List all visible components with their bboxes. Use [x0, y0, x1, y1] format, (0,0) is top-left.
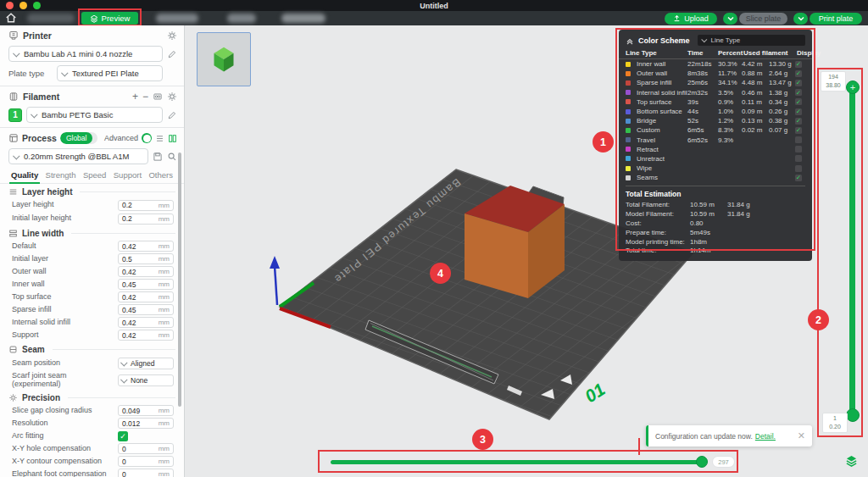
- elephant-foot-compensation-input[interactable]: 0 mm: [118, 469, 174, 477]
- filament-slot-badge[interactable]: 1: [8, 108, 22, 122]
- display-checkbox[interactable]: [795, 80, 802, 86]
- tab-strength[interactable]: Strength: [46, 170, 76, 180]
- display-checkbox[interactable]: [795, 175, 802, 181]
- line-type-row: Wipe: [619, 164, 812, 173]
- tab-blurred[interactable]: [227, 14, 256, 23]
- tab-preview-label: Preview: [102, 14, 131, 23]
- tab-others[interactable]: Others: [148, 170, 173, 180]
- plate-thumbnail[interactable]: [197, 32, 251, 86]
- edit-icon[interactable]: [167, 49, 177, 59]
- tab-preview[interactable]: Preview: [81, 12, 138, 25]
- display-checkbox[interactable]: [795, 127, 802, 134]
- initial-layer-height-input[interactable]: 0.2 mm: [118, 214, 174, 225]
- tab-speed[interactable]: Speed: [83, 170, 106, 180]
- line-type-row: Inner wall 22m18s 30.3% 4.42 m 13.30 g: [619, 59, 812, 69]
- line-type-swatch: [626, 128, 631, 133]
- chevron-down-icon: [31, 111, 37, 118]
- line-type-row: Outer wall 8m38s 11.7% 0.88 m 2.64 g: [619, 69, 812, 78]
- tab-blurred[interactable]: [281, 14, 326, 23]
- line-width-internal-solid-input[interactable]: 0.42 mm: [118, 317, 174, 328]
- display-checkbox[interactable]: [795, 155, 802, 162]
- move-slider-value: 297: [712, 456, 735, 468]
- line-type-row: Retract: [619, 145, 812, 154]
- seam-position-select[interactable]: Aligned: [118, 358, 174, 369]
- line-width-outer-wall-input[interactable]: 0.42 mm: [118, 266, 174, 277]
- group-precision: Precision: [0, 390, 184, 404]
- layer-slider-bottom-handle[interactable]: [846, 408, 860, 422]
- print-plate-button[interactable]: Print plate: [810, 13, 862, 25]
- tab-blurred[interactable]: [156, 14, 198, 23]
- chevron-down-icon: [13, 153, 19, 159]
- plate-type-select[interactable]: Textured PEI Plate: [57, 65, 163, 81]
- display-checkbox[interactable]: [795, 70, 802, 77]
- line-width-top-surface-input[interactable]: 0.42 mm: [118, 291, 174, 302]
- scarf-joint-seam-select[interactable]: None: [118, 374, 174, 386]
- xy-hole-compensation-input[interactable]: 0 mm: [118, 443, 174, 454]
- gear-icon[interactable]: [167, 92, 177, 102]
- line-width-default-input[interactable]: 0.42 mm: [118, 241, 174, 252]
- xy-contour-compensation-input[interactable]: 0 mm: [118, 456, 174, 467]
- close-icon[interactable]: ✕: [798, 430, 805, 441]
- line-type-row: Internal solid infill 2m32s 3.5% 0.46 m …: [619, 88, 812, 97]
- save-preset-icon[interactable]: [153, 152, 163, 162]
- compare-presets-icon[interactable]: [168, 134, 177, 143]
- printer-select[interactable]: Bambu Lab A1 mini 0.4 nozzle: [8, 46, 163, 62]
- layer-height-icon: [8, 187, 18, 197]
- line-type-row: Top surface 39s 0.9% 0.11 m 0.34 g: [619, 97, 812, 107]
- display-checkbox[interactable]: [795, 108, 802, 115]
- slice-plate-button[interactable]: Slice plate: [739, 13, 787, 25]
- slice-gap-closing-input[interactable]: 0.049 mm: [118, 405, 174, 416]
- parameter-list-icon[interactable]: [155, 134, 164, 143]
- chevron-down-icon: [727, 15, 734, 22]
- line-type-swatch: [626, 137, 631, 142]
- home-icon[interactable]: [5, 12, 17, 24]
- resolution-input[interactable]: 0.012 mm: [118, 418, 174, 429]
- line-type-table-header: Line Type Time Percent Used filament Dis…: [619, 49, 812, 59]
- tab-blurred[interactable]: [27, 14, 75, 23]
- display-checkbox[interactable]: [795, 61, 802, 68]
- collapse-icon[interactable]: [626, 36, 634, 45]
- display-checkbox[interactable]: [795, 98, 802, 105]
- line-width-initial-layer-input[interactable]: 0.5 mm: [118, 253, 174, 264]
- remove-filament-button[interactable]: −: [142, 91, 148, 103]
- display-checkbox[interactable]: [795, 146, 802, 153]
- display-checkbox[interactable]: [795, 89, 802, 96]
- scope-global[interactable]: Global: [60, 132, 93, 144]
- scope-objects[interactable]: Objects: [92, 132, 97, 144]
- annotation-circle-1: 1: [593, 131, 614, 153]
- display-checkbox[interactable]: [795, 165, 802, 172]
- line-type-swatch: [626, 80, 631, 86]
- chevron-down-icon: [120, 359, 127, 366]
- display-checkbox[interactable]: [795, 136, 802, 143]
- line-width-sparse-infill-input[interactable]: 0.45 mm: [118, 304, 174, 315]
- layer-slider-track[interactable]: [849, 87, 855, 415]
- add-filament-button[interactable]: +: [132, 91, 138, 103]
- arc-fitting-checkbox[interactable]: [118, 431, 128, 441]
- ams-sync-icon[interactable]: [153, 92, 163, 102]
- advanced-toggle[interactable]: [142, 133, 152, 143]
- gear-icon[interactable]: [167, 31, 177, 41]
- move-slider-handle[interactable]: [696, 456, 708, 468]
- line-width-support-input[interactable]: 0.42 mm: [118, 330, 174, 341]
- search-icon[interactable]: [167, 152, 177, 162]
- line-width-inner-wall-input[interactable]: 0.45 mm: [118, 279, 174, 290]
- move-slider-track[interactable]: [331, 460, 706, 464]
- process-preset-select[interactable]: 0.20mm Strength @BBL A1M: [8, 148, 148, 164]
- display-checkbox[interactable]: [795, 118, 802, 125]
- line-type-swatch: [626, 175, 631, 180]
- line-type-row: Unretract: [619, 154, 812, 164]
- filament-select[interactable]: Bambu PETG Basic: [26, 107, 163, 123]
- color-scheme-mode-select[interactable]: Line Type: [698, 35, 805, 46]
- detail-link[interactable]: Detail.: [755, 432, 776, 441]
- line-type-swatch: [626, 166, 631, 171]
- upload-button[interactable]: Upload: [665, 13, 717, 25]
- layer-height-input[interactable]: 0.2 mm: [118, 200, 174, 211]
- layers-view-icon[interactable]: [845, 454, 858, 467]
- sidebar-scrollbar[interactable]: [178, 153, 181, 407]
- print-options-chevron[interactable]: [793, 13, 808, 25]
- layer-slider-top-handle[interactable]: +: [846, 80, 860, 94]
- tab-support[interactable]: Support: [114, 170, 142, 180]
- slice-options-chevron[interactable]: [723, 13, 737, 25]
- edit-icon[interactable]: [167, 110, 177, 120]
- tab-quality[interactable]: Quality: [11, 170, 38, 180]
